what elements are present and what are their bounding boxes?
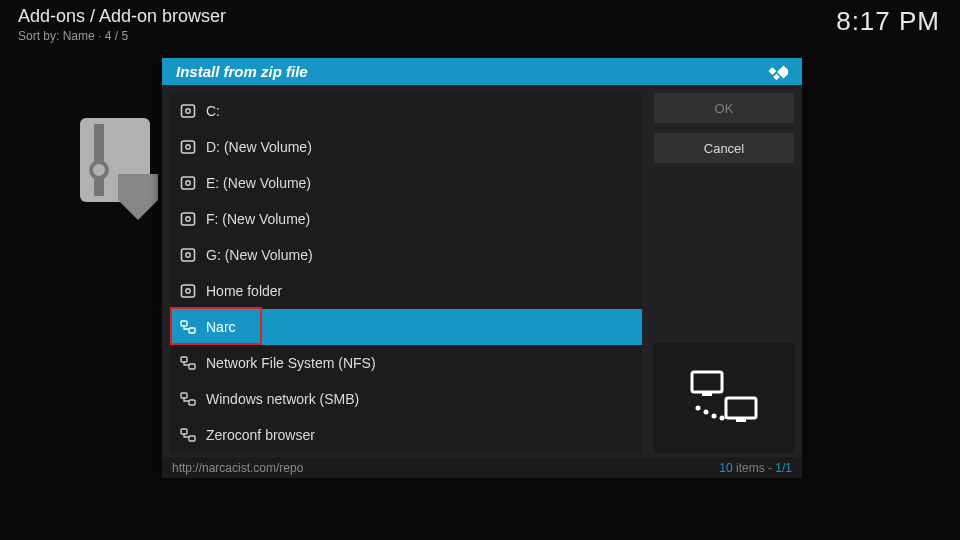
sort-line: Sort by: Name · 4 / 5 — [18, 29, 942, 43]
location-list[interactable]: C:D: (New Volume)E: (New Volume)F: (New … — [170, 93, 642, 453]
list-item[interactable]: Home folder — [170, 273, 642, 309]
svg-rect-14 — [182, 249, 195, 261]
list-item[interactable]: F: (New Volume) — [170, 201, 642, 237]
dialog-header: Install from zip file — [162, 58, 802, 85]
preview-thumbnail — [654, 343, 794, 453]
svg-rect-19 — [189, 328, 195, 333]
kodi-logo-icon — [766, 61, 788, 83]
list-item[interactable]: Zeroconf browser — [170, 417, 642, 453]
svg-point-33 — [720, 416, 725, 421]
footer-path: http://narcacist.com/repo — [172, 461, 303, 475]
clock: 8:17 PM — [836, 6, 940, 37]
svg-rect-12 — [182, 213, 195, 225]
breadcrumb: Add-ons / Add-on browser — [18, 6, 942, 27]
svg-rect-29 — [736, 418, 746, 422]
svg-rect-28 — [726, 398, 756, 418]
svg-rect-26 — [692, 372, 722, 392]
list-item[interactable]: Windows network (SMB) — [170, 381, 642, 417]
svg-rect-25 — [189, 436, 195, 441]
network-icon — [688, 368, 760, 428]
svg-rect-20 — [181, 357, 187, 362]
list-item-label: Network File System (NFS) — [206, 355, 376, 371]
svg-point-15 — [186, 253, 190, 257]
svg-rect-8 — [182, 141, 195, 153]
list-item[interactable]: C: — [170, 93, 642, 129]
list-item-label: C: — [206, 103, 220, 119]
svg-rect-6 — [182, 105, 195, 117]
top-bar: Add-ons / Add-on browser Sort by: Name ·… — [0, 0, 960, 48]
footer-count: 10 items - 1/1 — [719, 461, 792, 475]
svg-rect-5 — [773, 73, 779, 79]
install-zip-dialog: Install from zip file C:D: (New Volume)E… — [162, 58, 802, 478]
zip-install-icon — [80, 118, 168, 238]
svg-point-11 — [186, 181, 190, 185]
svg-point-7 — [186, 109, 190, 113]
list-item-label: Zeroconf browser — [206, 427, 315, 443]
svg-rect-10 — [182, 177, 195, 189]
svg-rect-16 — [182, 285, 195, 297]
svg-rect-18 — [181, 321, 187, 326]
ok-button[interactable]: OK — [654, 93, 794, 123]
svg-rect-24 — [181, 429, 187, 434]
list-item-label: F: (New Volume) — [206, 211, 310, 227]
list-item-label: Windows network (SMB) — [206, 391, 359, 407]
list-item-label: Narc — [206, 319, 236, 335]
svg-rect-21 — [189, 364, 195, 369]
list-item-label: E: (New Volume) — [206, 175, 311, 191]
list-item[interactable]: Narc — [170, 309, 642, 345]
svg-point-17 — [186, 289, 190, 293]
list-item[interactable]: G: (New Volume) — [170, 237, 642, 273]
svg-rect-27 — [702, 392, 712, 396]
list-item-label: G: (New Volume) — [206, 247, 313, 263]
svg-point-30 — [696, 406, 701, 411]
svg-rect-4 — [769, 67, 777, 75]
list-item[interactable]: D: (New Volume) — [170, 129, 642, 165]
svg-point-13 — [186, 217, 190, 221]
dialog-title: Install from zip file — [176, 63, 308, 80]
svg-point-9 — [186, 145, 190, 149]
svg-point-2 — [91, 162, 107, 178]
cancel-button[interactable]: Cancel — [654, 133, 794, 163]
list-item-label: Home folder — [206, 283, 282, 299]
dialog-footer: http://narcacist.com/repo 10 items - 1/1 — [162, 457, 802, 478]
svg-point-31 — [704, 410, 709, 415]
svg-rect-22 — [181, 393, 187, 398]
list-item-label: D: (New Volume) — [206, 139, 312, 155]
list-item[interactable]: Network File System (NFS) — [170, 345, 642, 381]
dialog-side-column: OK Cancel — [654, 93, 794, 453]
svg-point-32 — [712, 414, 717, 419]
svg-rect-23 — [189, 400, 195, 405]
list-item[interactable]: E: (New Volume) — [170, 165, 642, 201]
